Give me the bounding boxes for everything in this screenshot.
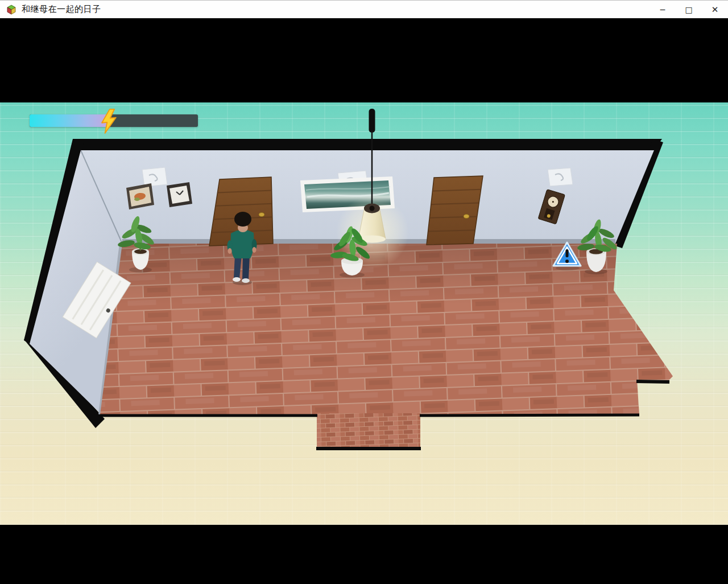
close-button[interactable]: ✕ — [702, 1, 728, 18]
window-controls: ─ □ ✕ — [650, 1, 728, 18]
game-viewport[interactable] — [0, 102, 728, 525]
floor-entry-extension — [317, 413, 420, 447]
room-scene — [0, 102, 728, 525]
door-handle — [259, 213, 264, 217]
exclamation-mark — [566, 249, 569, 257]
right-door[interactable] — [427, 176, 483, 245]
wall-clock — [167, 182, 192, 207]
energy-bar — [30, 114, 198, 127]
window-titlebar[interactable]: 和继母在一起的日子 ─ □ ✕ — [0, 0, 728, 18]
room-floor — [100, 244, 673, 449]
maximize-button[interactable]: □ — [676, 1, 702, 18]
rpg-cube-icon — [6, 5, 16, 15]
air-vent-left — [142, 167, 167, 187]
air-vent-right — [548, 168, 573, 186]
lightning-bolt-icon — [97, 109, 120, 134]
window-title: 和继母在一起的日子 — [22, 4, 101, 15]
lamp-ceiling-mount — [369, 109, 375, 133]
picture-frame — [126, 183, 154, 209]
door-handle — [464, 215, 469, 219]
letterbox-top — [0, 18, 728, 102]
minimize-button[interactable]: ─ — [650, 1, 676, 18]
letterbox-bottom — [0, 525, 728, 584]
